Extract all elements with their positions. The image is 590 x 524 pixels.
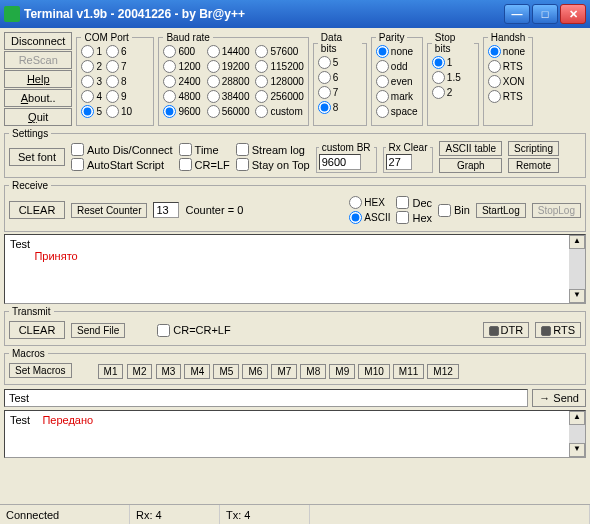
receive-scrollbar[interactable]: ▲▼ xyxy=(569,235,585,303)
db-6-radio[interactable] xyxy=(318,71,331,84)
hs-none-radio[interactable] xyxy=(488,45,501,58)
scroll-down-icon[interactable]: ▼ xyxy=(569,289,585,303)
par-odd-radio[interactable] xyxy=(376,60,389,73)
custom-br-input[interactable] xyxy=(319,154,361,170)
maximize-button[interactable]: □ xyxy=(532,4,558,24)
about-button[interactable]: About.. xyxy=(4,89,72,107)
send-file-button[interactable]: Send File xyxy=(71,323,125,338)
macro-M6-button[interactable]: M6 xyxy=(242,364,268,379)
com-3-radio[interactable] xyxy=(81,75,94,88)
rx-clear-input[interactable] xyxy=(386,154,412,170)
crlf-checkbox[interactable] xyxy=(179,158,192,171)
scroll-up-icon[interactable]: ▲ xyxy=(569,411,585,425)
macro-M12-button[interactable]: M12 xyxy=(427,364,458,379)
com-8-radio[interactable] xyxy=(106,75,119,88)
macro-M2-button[interactable]: M2 xyxy=(127,364,153,379)
stayontop-checkbox[interactable] xyxy=(236,158,249,171)
baud-1200-radio[interactable] xyxy=(163,60,176,73)
close-button[interactable]: ✕ xyxy=(560,4,586,24)
com-10-radio[interactable] xyxy=(106,105,119,118)
quit-button[interactable]: Quit xyxy=(4,108,72,126)
scroll-up-icon[interactable]: ▲ xyxy=(569,235,585,249)
baud-19200-radio[interactable] xyxy=(207,60,220,73)
hs-RTS-radio[interactable] xyxy=(488,90,501,103)
receive-clear-button[interactable]: CLEAR xyxy=(9,201,65,219)
db-8-radio[interactable] xyxy=(318,101,331,114)
baud-56000-radio[interactable] xyxy=(207,105,220,118)
com-1-radio[interactable] xyxy=(81,45,94,58)
db-5-radio[interactable] xyxy=(318,56,331,69)
scripting-button[interactable]: Scripting xyxy=(508,141,559,156)
baud-128000-radio[interactable] xyxy=(255,75,268,88)
hex-radio[interactable] xyxy=(349,196,362,209)
minimize-button[interactable]: — xyxy=(504,4,530,24)
transmit-clear-button[interactable]: CLEAR xyxy=(9,321,65,339)
sb-1.5-radio[interactable] xyxy=(432,71,445,84)
crcrlf-checkbox[interactable] xyxy=(157,324,170,337)
receive-text-area[interactable]: Test Принято ▲▼ xyxy=(4,234,586,304)
startlog-button[interactable]: StartLog xyxy=(476,203,526,218)
sb-1-radio[interactable] xyxy=(432,56,445,69)
transmit-scrollbar[interactable]: ▲▼ xyxy=(569,411,585,457)
macro-M1-button[interactable]: M1 xyxy=(98,364,124,379)
macro-M8-button[interactable]: M8 xyxy=(300,364,326,379)
macro-M5-button[interactable]: M5 xyxy=(213,364,239,379)
baud-57600-radio[interactable] xyxy=(255,45,268,58)
time-checkbox[interactable] xyxy=(179,143,192,156)
graph-button[interactable]: Graph xyxy=(439,158,502,173)
baud-2400-radio[interactable] xyxy=(163,75,176,88)
db-7-radio[interactable] xyxy=(318,86,331,99)
macro-M10-button[interactable]: M10 xyxy=(358,364,389,379)
help-button[interactable]: Help xyxy=(4,70,72,88)
auto-disconnect-checkbox[interactable] xyxy=(71,143,84,156)
sb-2-radio[interactable] xyxy=(432,86,445,99)
macro-M9-button[interactable]: M9 xyxy=(329,364,355,379)
autostart-checkbox[interactable] xyxy=(71,158,84,171)
disconnect-button[interactable]: Disconnect xyxy=(4,32,72,50)
par-mark-radio[interactable] xyxy=(376,90,389,103)
baud-115200-radio[interactable] xyxy=(255,60,268,73)
macro-M4-button[interactable]: M4 xyxy=(184,364,210,379)
send-button[interactable]: → Send xyxy=(532,389,586,407)
dec-checkbox[interactable] xyxy=(396,196,409,209)
baud-28800-radio[interactable] xyxy=(207,75,220,88)
baud-14400-radio[interactable] xyxy=(207,45,220,58)
com-4-radio[interactable] xyxy=(81,90,94,103)
hs-XON-radio[interactable] xyxy=(488,75,501,88)
baud-custom-radio[interactable] xyxy=(255,105,268,118)
baud-4800-radio[interactable] xyxy=(163,90,176,103)
par-space-radio[interactable] xyxy=(376,105,389,118)
streamlog-checkbox[interactable] xyxy=(236,143,249,156)
ascii-table-button[interactable]: ASCII table xyxy=(439,141,502,156)
com-6-radio[interactable] xyxy=(106,45,119,58)
hex2-checkbox[interactable] xyxy=(396,211,409,224)
macro-M7-button[interactable]: M7 xyxy=(271,364,297,379)
reset-counter-button[interactable]: Reset Counter xyxy=(71,203,147,218)
dtr-button[interactable]: DTR xyxy=(483,322,530,338)
ascii-radio[interactable] xyxy=(349,211,362,224)
rts-button[interactable]: RTS xyxy=(535,322,581,338)
par-even-radio[interactable] xyxy=(376,75,389,88)
com-2-radio[interactable] xyxy=(81,60,94,73)
transmit-text-area[interactable]: Test Передано ▲▼ xyxy=(4,410,586,458)
hs-RTS-radio[interactable] xyxy=(488,60,501,73)
rescan-button[interactable]: ReScan xyxy=(4,51,72,69)
counter-spinner[interactable] xyxy=(153,202,179,218)
scroll-down-icon[interactable]: ▼ xyxy=(569,443,585,457)
com-7-radio[interactable] xyxy=(106,60,119,73)
baud-256000-radio[interactable] xyxy=(255,90,268,103)
par-none-radio[interactable] xyxy=(376,45,389,58)
bin-checkbox[interactable] xyxy=(438,204,451,217)
com-5-radio[interactable] xyxy=(81,105,94,118)
stoplog-button[interactable]: StopLog xyxy=(532,203,581,218)
macro-M11-button[interactable]: M11 xyxy=(393,364,424,379)
macro-M3-button[interactable]: M3 xyxy=(156,364,182,379)
baud-600-radio[interactable] xyxy=(163,45,176,58)
remote-button[interactable]: Remote xyxy=(508,158,559,173)
set-macros-button[interactable]: Set Macros xyxy=(9,363,72,378)
baud-9600-radio[interactable] xyxy=(163,105,176,118)
com-9-radio[interactable] xyxy=(106,90,119,103)
set-font-button[interactable]: Set font xyxy=(9,148,65,166)
send-input[interactable] xyxy=(4,389,528,407)
baud-38400-radio[interactable] xyxy=(207,90,220,103)
